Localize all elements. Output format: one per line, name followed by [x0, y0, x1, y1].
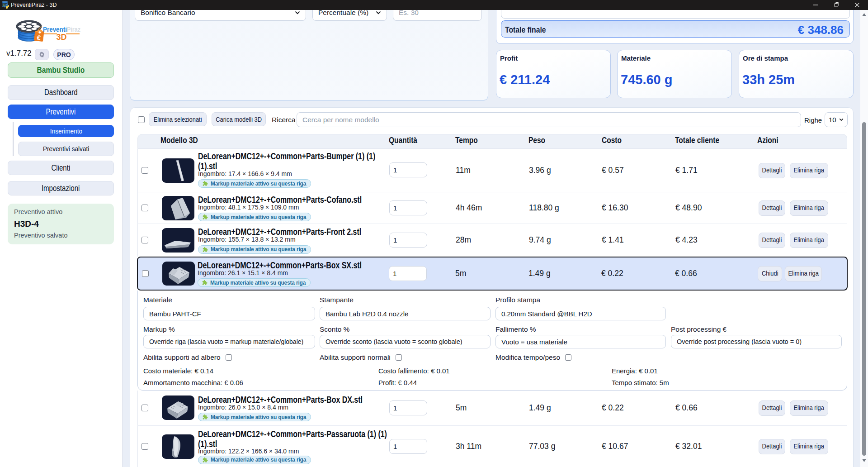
svg-text:3D: 3D	[56, 33, 66, 42]
svg-text:Preventi: Preventi	[43, 25, 67, 33]
svg-text:Piraz: Piraz	[67, 25, 80, 33]
